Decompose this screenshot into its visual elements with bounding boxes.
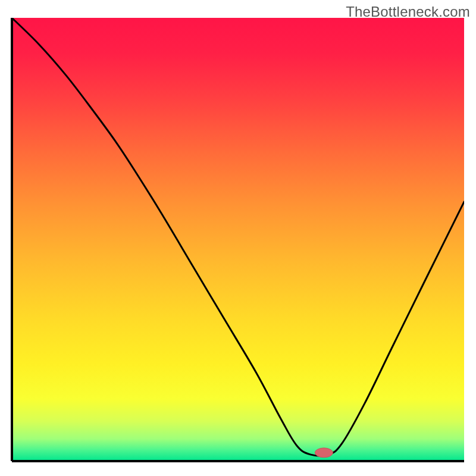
- plot-background: [12, 18, 464, 461]
- optimal-marker: [315, 448, 333, 458]
- watermark-text: TheBottleneck.com: [346, 4, 470, 20]
- chart-container: TheBottleneck.com: [0, 0, 476, 476]
- chart-svg: [0, 0, 476, 476]
